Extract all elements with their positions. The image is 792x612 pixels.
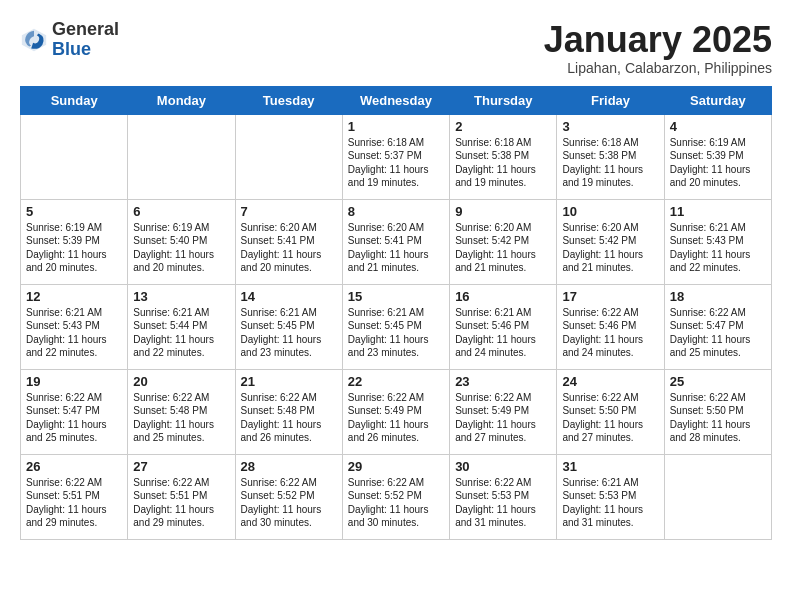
calendar-cell-day-19: 19Sunrise: 6:22 AM Sunset: 5:47 PM Dayli…: [21, 369, 128, 454]
calendar-cell-day-14: 14Sunrise: 6:21 AM Sunset: 5:45 PM Dayli…: [235, 284, 342, 369]
day-info: Sunrise: 6:21 AM Sunset: 5:43 PM Dayligh…: [670, 221, 766, 275]
month-title: January 2025: [544, 20, 772, 60]
day-number: 1: [348, 119, 444, 134]
calendar-cell-day-29: 29Sunrise: 6:22 AM Sunset: 5:52 PM Dayli…: [342, 454, 449, 539]
day-info: Sunrise: 6:22 AM Sunset: 5:47 PM Dayligh…: [670, 306, 766, 360]
day-info: Sunrise: 6:22 AM Sunset: 5:52 PM Dayligh…: [348, 476, 444, 530]
day-info: Sunrise: 6:21 AM Sunset: 5:45 PM Dayligh…: [348, 306, 444, 360]
calendar-cell-day-23: 23Sunrise: 6:22 AM Sunset: 5:49 PM Dayli…: [450, 369, 557, 454]
day-number: 27: [133, 459, 229, 474]
day-number: 29: [348, 459, 444, 474]
calendar-cell-day-5: 5Sunrise: 6:19 AM Sunset: 5:39 PM Daylig…: [21, 199, 128, 284]
day-number: 8: [348, 204, 444, 219]
day-header-saturday: Saturday: [664, 86, 771, 114]
day-info: Sunrise: 6:21 AM Sunset: 5:43 PM Dayligh…: [26, 306, 122, 360]
calendar-cell-day-12: 12Sunrise: 6:21 AM Sunset: 5:43 PM Dayli…: [21, 284, 128, 369]
calendar-cell-empty: [235, 114, 342, 199]
day-header-wednesday: Wednesday: [342, 86, 449, 114]
day-info: Sunrise: 6:20 AM Sunset: 5:41 PM Dayligh…: [241, 221, 337, 275]
day-info: Sunrise: 6:22 AM Sunset: 5:53 PM Dayligh…: [455, 476, 551, 530]
day-number: 19: [26, 374, 122, 389]
calendar-cell-day-26: 26Sunrise: 6:22 AM Sunset: 5:51 PM Dayli…: [21, 454, 128, 539]
day-number: 28: [241, 459, 337, 474]
days-header-row: SundayMondayTuesdayWednesdayThursdayFrid…: [21, 86, 772, 114]
week-row-4: 26Sunrise: 6:22 AM Sunset: 5:51 PM Dayli…: [21, 454, 772, 539]
calendar-cell-day-8: 8Sunrise: 6:20 AM Sunset: 5:41 PM Daylig…: [342, 199, 449, 284]
day-info: Sunrise: 6:19 AM Sunset: 5:40 PM Dayligh…: [133, 221, 229, 275]
calendar-cell-empty: [664, 454, 771, 539]
calendar-cell-day-31: 31Sunrise: 6:21 AM Sunset: 5:53 PM Dayli…: [557, 454, 664, 539]
day-info: Sunrise: 6:22 AM Sunset: 5:50 PM Dayligh…: [562, 391, 658, 445]
day-number: 26: [26, 459, 122, 474]
day-number: 24: [562, 374, 658, 389]
day-info: Sunrise: 6:21 AM Sunset: 5:53 PM Dayligh…: [562, 476, 658, 530]
calendar-cell-day-15: 15Sunrise: 6:21 AM Sunset: 5:45 PM Dayli…: [342, 284, 449, 369]
location: Lipahan, Calabarzon, Philippines: [544, 60, 772, 76]
day-header-monday: Monday: [128, 86, 235, 114]
calendar-cell-day-24: 24Sunrise: 6:22 AM Sunset: 5:50 PM Dayli…: [557, 369, 664, 454]
calendar-cell-day-11: 11Sunrise: 6:21 AM Sunset: 5:43 PM Dayli…: [664, 199, 771, 284]
day-info: Sunrise: 6:22 AM Sunset: 5:47 PM Dayligh…: [26, 391, 122, 445]
day-info: Sunrise: 6:22 AM Sunset: 5:48 PM Dayligh…: [133, 391, 229, 445]
page-header: General Blue January 2025 Lipahan, Calab…: [20, 20, 772, 76]
calendar-cell-day-20: 20Sunrise: 6:22 AM Sunset: 5:48 PM Dayli…: [128, 369, 235, 454]
calendar-cell-day-6: 6Sunrise: 6:19 AM Sunset: 5:40 PM Daylig…: [128, 199, 235, 284]
day-number: 3: [562, 119, 658, 134]
week-row-2: 12Sunrise: 6:21 AM Sunset: 5:43 PM Dayli…: [21, 284, 772, 369]
day-number: 2: [455, 119, 551, 134]
day-header-thursday: Thursday: [450, 86, 557, 114]
day-header-friday: Friday: [557, 86, 664, 114]
calendar-cell-day-9: 9Sunrise: 6:20 AM Sunset: 5:42 PM Daylig…: [450, 199, 557, 284]
day-info: Sunrise: 6:19 AM Sunset: 5:39 PM Dayligh…: [26, 221, 122, 275]
day-info: Sunrise: 6:22 AM Sunset: 5:50 PM Dayligh…: [670, 391, 766, 445]
day-info: Sunrise: 6:20 AM Sunset: 5:42 PM Dayligh…: [455, 221, 551, 275]
day-number: 30: [455, 459, 551, 474]
day-header-sunday: Sunday: [21, 86, 128, 114]
day-number: 15: [348, 289, 444, 304]
day-number: 31: [562, 459, 658, 474]
calendar-cell-day-7: 7Sunrise: 6:20 AM Sunset: 5:41 PM Daylig…: [235, 199, 342, 284]
calendar-cell-day-16: 16Sunrise: 6:21 AM Sunset: 5:46 PM Dayli…: [450, 284, 557, 369]
calendar-cell-day-25: 25Sunrise: 6:22 AM Sunset: 5:50 PM Dayli…: [664, 369, 771, 454]
week-row-1: 5Sunrise: 6:19 AM Sunset: 5:39 PM Daylig…: [21, 199, 772, 284]
calendar-table: SundayMondayTuesdayWednesdayThursdayFrid…: [20, 86, 772, 540]
day-number: 25: [670, 374, 766, 389]
calendar-cell-day-17: 17Sunrise: 6:22 AM Sunset: 5:46 PM Dayli…: [557, 284, 664, 369]
calendar-cell-day-22: 22Sunrise: 6:22 AM Sunset: 5:49 PM Dayli…: [342, 369, 449, 454]
calendar-cell-day-10: 10Sunrise: 6:20 AM Sunset: 5:42 PM Dayli…: [557, 199, 664, 284]
calendar-cell-day-30: 30Sunrise: 6:22 AM Sunset: 5:53 PM Dayli…: [450, 454, 557, 539]
day-info: Sunrise: 6:22 AM Sunset: 5:48 PM Dayligh…: [241, 391, 337, 445]
day-info: Sunrise: 6:22 AM Sunset: 5:49 PM Dayligh…: [455, 391, 551, 445]
calendar-cell-day-4: 4Sunrise: 6:19 AM Sunset: 5:39 PM Daylig…: [664, 114, 771, 199]
logo-icon: [20, 26, 48, 54]
day-number: 23: [455, 374, 551, 389]
calendar-cell-day-21: 21Sunrise: 6:22 AM Sunset: 5:48 PM Dayli…: [235, 369, 342, 454]
day-number: 11: [670, 204, 766, 219]
day-info: Sunrise: 6:22 AM Sunset: 5:51 PM Dayligh…: [26, 476, 122, 530]
day-number: 9: [455, 204, 551, 219]
day-number: 12: [26, 289, 122, 304]
calendar-cell-day-2: 2Sunrise: 6:18 AM Sunset: 5:38 PM Daylig…: [450, 114, 557, 199]
day-number: 13: [133, 289, 229, 304]
calendar-cell-day-13: 13Sunrise: 6:21 AM Sunset: 5:44 PM Dayli…: [128, 284, 235, 369]
day-info: Sunrise: 6:22 AM Sunset: 5:52 PM Dayligh…: [241, 476, 337, 530]
calendar-cell-day-18: 18Sunrise: 6:22 AM Sunset: 5:47 PM Dayli…: [664, 284, 771, 369]
day-info: Sunrise: 6:19 AM Sunset: 5:39 PM Dayligh…: [670, 136, 766, 190]
day-number: 7: [241, 204, 337, 219]
day-info: Sunrise: 6:18 AM Sunset: 5:38 PM Dayligh…: [455, 136, 551, 190]
day-number: 22: [348, 374, 444, 389]
calendar-cell-day-28: 28Sunrise: 6:22 AM Sunset: 5:52 PM Dayli…: [235, 454, 342, 539]
day-number: 16: [455, 289, 551, 304]
day-number: 20: [133, 374, 229, 389]
calendar-cell-empty: [21, 114, 128, 199]
day-number: 6: [133, 204, 229, 219]
day-info: Sunrise: 6:18 AM Sunset: 5:37 PM Dayligh…: [348, 136, 444, 190]
day-number: 5: [26, 204, 122, 219]
day-info: Sunrise: 6:22 AM Sunset: 5:51 PM Dayligh…: [133, 476, 229, 530]
day-info: Sunrise: 6:21 AM Sunset: 5:45 PM Dayligh…: [241, 306, 337, 360]
calendar-cell-empty: [128, 114, 235, 199]
calendar-cell-day-1: 1Sunrise: 6:18 AM Sunset: 5:37 PM Daylig…: [342, 114, 449, 199]
logo: General Blue: [20, 20, 119, 60]
day-info: Sunrise: 6:20 AM Sunset: 5:41 PM Dayligh…: [348, 221, 444, 275]
day-number: 21: [241, 374, 337, 389]
